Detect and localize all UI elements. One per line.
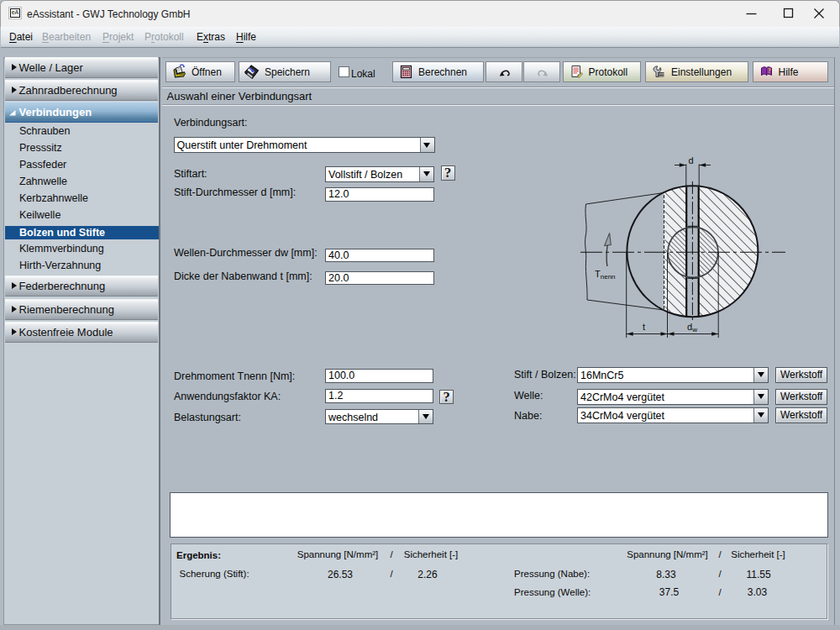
- svg-text:d: d: [689, 155, 694, 165]
- svg-text:t: t: [643, 322, 645, 332]
- svg-text:?: ?: [768, 67, 771, 75]
- svg-text:Tnenn: Tnenn: [595, 269, 616, 281]
- svg-text:dw: dw: [687, 322, 697, 333]
